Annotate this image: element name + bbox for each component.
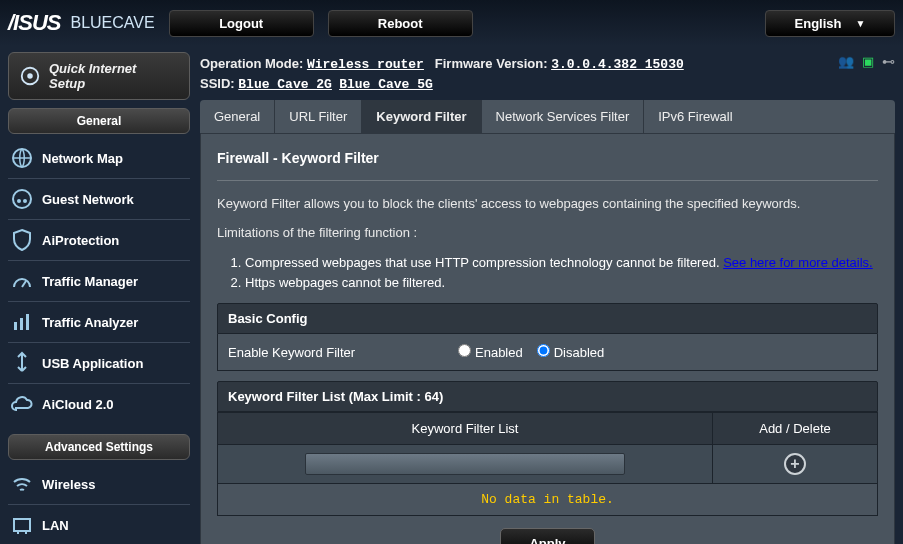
chevron-down-icon: ▼ — [856, 18, 866, 29]
no-data-message: No data in table. — [218, 484, 878, 516]
page-title: Firewall - Keyword Filter — [217, 150, 878, 181]
sidebar-header-advanced: Advanced Settings — [8, 434, 190, 460]
gauge-icon — [10, 269, 34, 293]
lan-icon — [10, 513, 34, 537]
svg-line-6 — [22, 281, 26, 287]
sidebar-header-general: General — [8, 108, 190, 134]
usb-icon — [10, 351, 34, 375]
tab-url-filter[interactable]: URL Filter — [275, 100, 362, 133]
sidebar-item-wireless[interactable]: Wireless — [8, 464, 190, 505]
operation-mode-link[interactable]: Wireless router — [307, 57, 424, 72]
page-description: Keyword Filter allows you to block the c… — [217, 195, 878, 212]
sidebar-item-label: Traffic Manager — [42, 274, 138, 289]
sidebar-item-traffic-analyzer[interactable]: Traffic Analyzer — [8, 302, 190, 343]
basic-config-header: Basic Config — [217, 303, 878, 334]
limitation-details-link[interactable]: See here for more details. — [723, 255, 873, 270]
gear-icon — [19, 65, 41, 87]
usb-status-icon[interactable]: ⊷ — [882, 54, 895, 69]
language-label: English — [795, 16, 842, 31]
language-dropdown[interactable]: English ▼ — [765, 10, 895, 37]
tabs-bar: General URL Filter Keyword Filter Networ… — [200, 100, 895, 133]
brand-logo: /ISUS — [8, 10, 66, 36]
network-status-icon[interactable]: ▣ — [862, 54, 874, 69]
quick-internet-setup-button[interactable]: Quick Internet Setup — [8, 52, 190, 100]
sidebar-item-aicloud[interactable]: AiCloud 2.0 — [8, 384, 190, 424]
tab-network-services-filter[interactable]: Network Services Filter — [482, 100, 645, 133]
sidebar-item-network-map[interactable]: Network Map — [8, 138, 190, 179]
sidebar-item-label: LAN — [42, 518, 69, 533]
tab-keyword-filter[interactable]: Keyword Filter — [362, 100, 481, 133]
sidebar-item-label: Network Map — [42, 151, 123, 166]
apply-button[interactable]: Apply — [500, 528, 594, 544]
logout-button[interactable]: Logout — [169, 10, 314, 37]
svg-point-1 — [27, 73, 33, 79]
sidebar-item-label: Guest Network — [42, 192, 134, 207]
quick-setup-line2: Setup — [49, 76, 136, 91]
shield-icon — [10, 228, 34, 252]
enabled-radio-label[interactable]: Enabled — [458, 344, 523, 360]
keyword-filter-list-header: Keyword Filter List (Max Limit : 64) — [217, 381, 878, 412]
sidebar-item-label: AiCloud 2.0 — [42, 397, 114, 412]
sidebar-item-guest-network[interactable]: Guest Network — [8, 179, 190, 220]
sidebar-item-label: Traffic Analyzer — [42, 315, 138, 330]
col-add-delete: Add / Delete — [713, 413, 878, 445]
globe-users-icon — [10, 187, 34, 211]
model-name: BLUECAVE — [66, 14, 154, 32]
reboot-button[interactable]: Reboot — [328, 10, 473, 37]
ssid-2g-link[interactable]: Blue Cave_2G — [238, 77, 332, 92]
sidebar-item-usb-application[interactable]: USB Application — [8, 343, 190, 384]
add-button[interactable]: + — [784, 453, 806, 475]
svg-rect-10 — [14, 519, 30, 531]
sidebar-item-label: Wireless — [42, 477, 95, 492]
wifi-icon — [10, 472, 34, 496]
svg-rect-7 — [14, 322, 17, 330]
tab-general[interactable]: General — [200, 100, 275, 133]
quick-setup-line1: Quick Internet — [49, 61, 136, 76]
sidebar-item-lan[interactable]: LAN — [8, 505, 190, 544]
svg-point-5 — [23, 199, 27, 203]
sidebar-item-label: USB Application — [42, 356, 143, 371]
operation-mode-line: Operation Mode: Wireless router Firmware… — [200, 56, 895, 72]
svg-point-4 — [17, 199, 21, 203]
ssid-line: SSID: Blue Cave_2G Blue Cave_5G — [200, 76, 895, 92]
sidebar-item-aiprotection[interactable]: AiProtection — [8, 220, 190, 261]
keyword-input[interactable] — [305, 453, 625, 475]
sidebar-item-traffic-manager[interactable]: Traffic Manager — [8, 261, 190, 302]
svg-rect-8 — [20, 318, 23, 330]
ssid-5g-link[interactable]: Blue Cave_5G — [339, 77, 433, 92]
limitation-2: Https webpages cannot be filtered. — [245, 273, 878, 293]
col-keyword-filter-list: Keyword Filter List — [218, 413, 713, 445]
limitations-label: Limitations of the filtering function : — [217, 224, 878, 241]
cloud-icon — [10, 392, 34, 416]
svg-point-3 — [13, 190, 31, 208]
firmware-version-link[interactable]: 3.0.0.4.382_15030 — [551, 57, 684, 72]
tab-ipv6-firewall[interactable]: IPv6 Firewall — [644, 100, 746, 133]
users-status-icon[interactable]: 👥 — [838, 54, 854, 69]
globe-icon — [10, 146, 34, 170]
disabled-radio[interactable] — [537, 344, 550, 357]
enabled-radio[interactable] — [458, 344, 471, 357]
limitation-1: Compressed webpages that use HTTP compre… — [245, 253, 878, 273]
svg-rect-9 — [26, 314, 29, 330]
disabled-radio-label[interactable]: Disabled — [537, 344, 605, 360]
enable-keyword-filter-label: Enable Keyword Filter — [228, 345, 458, 360]
chart-icon — [10, 310, 34, 334]
sidebar-item-label: AiProtection — [42, 233, 119, 248]
